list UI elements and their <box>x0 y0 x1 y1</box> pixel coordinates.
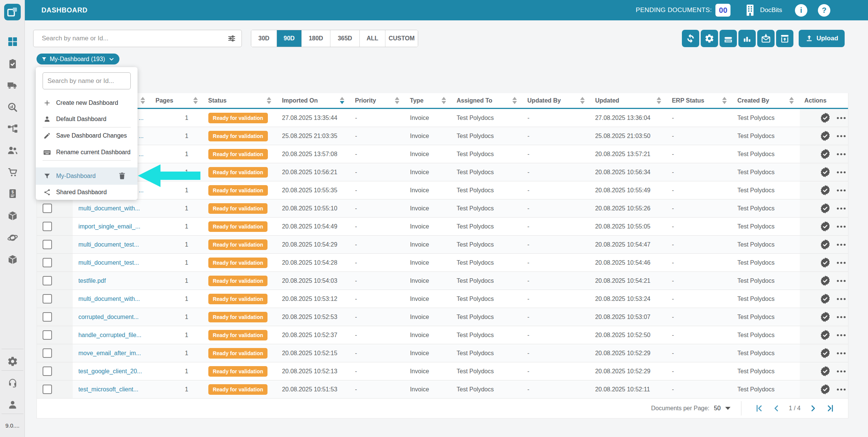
row-checkbox[interactable] <box>43 366 52 376</box>
sort-arrows-icon[interactable] <box>395 97 399 104</box>
column-header-priority[interactable]: Priority <box>350 93 405 108</box>
row-checkbox[interactable] <box>43 312 52 322</box>
last-page-button[interactable] <box>825 403 835 413</box>
previous-page-button[interactable] <box>772 403 781 413</box>
row-menu-button[interactable] <box>836 352 846 355</box>
validate-action-button[interactable] <box>820 185 830 195</box>
document-link[interactable]: ... <box>139 115 144 121</box>
column-header-status[interactable]: Status <box>204 93 278 108</box>
document-link[interactable]: ... <box>139 151 144 158</box>
column-header-created_by[interactable]: Created By <box>733 93 800 108</box>
analytics-button[interactable] <box>738 30 756 47</box>
search-input[interactable] <box>42 35 227 42</box>
column-header-imported[interactable]: Imported On <box>277 93 350 108</box>
validate-action-button[interactable] <box>820 330 830 340</box>
row-menu-button[interactable] <box>836 171 846 174</box>
row-menu-button[interactable] <box>836 207 846 210</box>
sort-arrows-icon[interactable] <box>580 97 585 104</box>
row-checkbox[interactable] <box>43 276 52 285</box>
sidebar-item-purchasing[interactable] <box>0 166 25 178</box>
validate-action-button[interactable] <box>820 167 830 177</box>
validate-action-button[interactable] <box>820 294 830 304</box>
document-link[interactable]: test_microsoft_client... <box>78 386 138 393</box>
row-checkbox[interactable] <box>43 330 52 340</box>
per-page-caret-icon[interactable] <box>725 407 730 410</box>
document-link[interactable]: ... <box>139 133 144 140</box>
document-link[interactable]: multi_document_test... <box>78 241 139 248</box>
dropdown-search-input[interactable] <box>47 77 126 85</box>
range-custom[interactable]: CUSTOM <box>385 30 418 47</box>
column-header-updated_by[interactable]: Updated By <box>523 93 591 108</box>
first-page-button[interactable] <box>754 403 764 413</box>
column-header-assigned[interactable]: Assigned To <box>452 93 523 108</box>
delete-dashboard-icon[interactable] <box>118 172 127 181</box>
validate-action-button[interactable] <box>820 384 830 394</box>
column-header-pages[interactable]: Pages <box>151 93 204 108</box>
validate-action-button[interactable] <box>820 131 830 141</box>
validate-action-button[interactable] <box>820 149 830 159</box>
sort-arrows-icon[interactable] <box>657 97 661 104</box>
sidebar-item-tasks[interactable] <box>0 57 25 70</box>
row-checkbox[interactable] <box>43 385 52 394</box>
export-box-button[interactable] <box>776 30 793 47</box>
validate-action-button[interactable] <box>820 221 830 232</box>
range-30d[interactable]: 30D <box>251 30 277 47</box>
column-header-updated[interactable]: Updated <box>591 93 668 108</box>
document-link[interactable]: import_single_email_... <box>78 223 141 230</box>
document-link[interactable]: multi_document_with... <box>78 296 140 302</box>
row-checkbox[interactable] <box>43 222 52 231</box>
row-menu-button[interactable] <box>836 225 846 228</box>
row-menu-button[interactable] <box>836 370 846 373</box>
validate-action-button[interactable] <box>820 312 830 322</box>
row-checkbox[interactable] <box>43 240 52 249</box>
sidebar-item-settings[interactable] <box>0 355 25 368</box>
validate-action-button[interactable] <box>820 113 830 123</box>
row-menu-button[interactable] <box>836 297 846 301</box>
range-90d[interactable]: 90D <box>277 30 302 47</box>
sort-arrows-icon[interactable] <box>141 97 145 104</box>
document-link[interactable]: move_email_after_im... <box>78 350 141 357</box>
sidebar-item-packages[interactable] <box>0 209 25 222</box>
document-link[interactable]: multi_document_with... <box>78 205 140 212</box>
column-header-erp[interactable]: ERP Status <box>667 93 733 108</box>
mail-import-button[interactable] <box>757 30 775 47</box>
sort-arrows-icon[interactable] <box>722 97 727 104</box>
row-menu-button[interactable] <box>836 189 846 192</box>
sort-arrows-icon[interactable] <box>340 97 344 104</box>
validate-action-button[interactable] <box>820 239 830 250</box>
row-menu-button[interactable] <box>836 153 846 156</box>
validate-action-button[interactable] <box>820 348 830 358</box>
document-link[interactable]: test_google_client_20... <box>78 368 142 375</box>
row-menu-button[interactable] <box>836 388 846 391</box>
sidebar-item-shipping[interactable] <box>0 79 25 92</box>
row-menu-button[interactable] <box>836 334 846 337</box>
sidebar-item-dashboard[interactable] <box>0 35 25 48</box>
menu-item-create-dashboard[interactable]: Create new Dashboard <box>36 95 138 111</box>
validate-action-button[interactable] <box>820 258 830 268</box>
row-menu-button[interactable] <box>836 135 846 138</box>
validate-action-button[interactable] <box>820 276 830 286</box>
sort-arrows-icon[interactable] <box>193 97 198 104</box>
menu-item-my-dashboard[interactable]: My-Dashboard <box>36 167 138 185</box>
validate-action-button[interactable] <box>820 203 830 213</box>
sidebar-item-workflow[interactable] <box>0 122 25 135</box>
range-all[interactable]: ALL <box>360 30 385 47</box>
sidebar-item-profile[interactable] <box>0 398 25 411</box>
validate-action-button[interactable] <box>820 366 830 376</box>
sidebar-item-invoices[interactable]: $ <box>0 187 25 200</box>
row-menu-button[interactable] <box>836 117 846 120</box>
menu-item-default-dashboard[interactable]: Default Dashboard <box>36 111 138 127</box>
sidebar-item-analytics[interactable] <box>0 101 25 113</box>
row-checkbox[interactable] <box>43 258 52 267</box>
settings-button[interactable] <box>701 30 718 47</box>
row-menu-button[interactable] <box>836 316 846 319</box>
scanner-button[interactable] <box>720 30 737 47</box>
menu-item-shared-dashboard[interactable]: Shared Dashbaord <box>36 185 138 200</box>
upload-button[interactable]: Upload <box>799 30 845 47</box>
column-header-type[interactable]: Type <box>405 93 452 108</box>
row-checkbox[interactable] <box>43 294 52 304</box>
row-menu-button[interactable] <box>836 243 846 246</box>
menu-item-save-dashboard[interactable]: Save Dashboard Changes <box>36 127 138 144</box>
row-checkbox[interactable] <box>43 348 52 358</box>
document-link[interactable]: multi_document_test... <box>78 259 139 266</box>
